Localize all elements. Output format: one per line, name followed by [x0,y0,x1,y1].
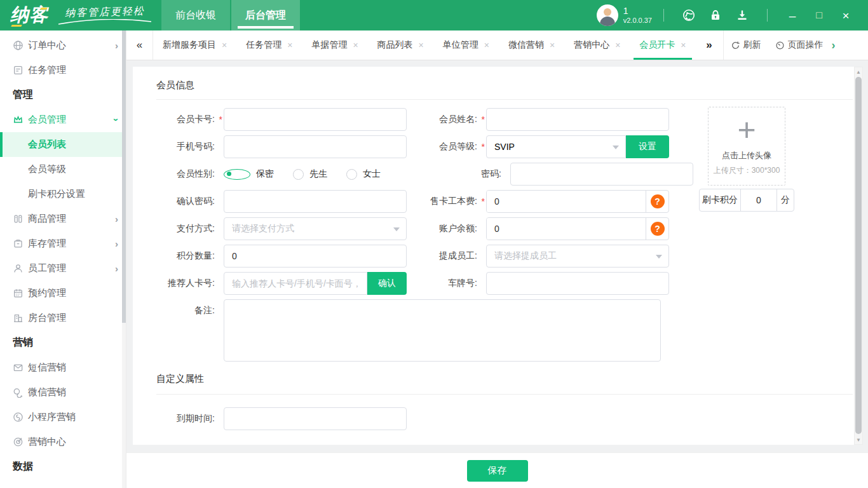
sidebar-item-miniprogram-marketing[interactable]: 小程序营销 [0,405,126,430]
help-icon[interactable]: ? [651,222,665,236]
level-settings-button[interactable]: 设置 [626,135,669,158]
lock-button[interactable] [706,6,725,25]
member-name-input[interactable] [486,108,669,131]
expire-label: 到期时间: [156,407,215,430]
globe-icon [13,40,24,51]
tab-task-mgmt[interactable]: 任务管理× [236,30,302,60]
nav-front-cashier[interactable]: 前台收银 [161,0,230,30]
tab-unit-mgmt[interactable]: 单位管理× [433,30,499,60]
refresh-label: 刷新 [743,39,761,51]
main-area: « 新增服务项目× 任务管理× 单据管理× 商品列表× 单位管理× 微信营销× … [126,30,868,488]
lock-icon [709,9,722,22]
minimize-button[interactable]: – [783,6,802,25]
form-row: 到期时间: [156,407,854,430]
radio-selected-icon[interactable] [224,169,250,180]
commission-staff-select[interactable]: 请选择提成员工 [486,245,669,268]
confirm-password-input[interactable] [224,190,407,213]
sidebar-item-label: 房台管理 [28,312,66,324]
sidebar-item-member-mgmt[interactable]: 会员管理 › [0,107,126,132]
sidebar-item-label: 预约管理 [28,287,66,299]
sidebar-item-swipe-points-settings[interactable]: 刷卡积分设置 [0,182,126,207]
tabs-expand-right-button[interactable]: » [696,30,724,60]
sidebar-scrollbar-thumb[interactable] [122,30,126,323]
scroll-down-arrow[interactable]: ▼ [855,435,862,444]
expire-input[interactable] [224,407,407,430]
tab-new-service-item[interactable]: 新增服务项目× [153,30,236,60]
close-tab-icon[interactable]: × [484,40,489,50]
radio-icon[interactable] [346,169,357,180]
close-tab-icon[interactable]: × [222,40,227,50]
gender-option-label: 先生 [309,168,327,180]
referrer-confirm-button[interactable]: 确认 [367,272,407,295]
radio-icon[interactable] [293,169,304,180]
close-tab-icon[interactable]: × [550,40,555,50]
main-scrollbar-thumb[interactable] [855,77,862,434]
tabs-collapse-left-button[interactable]: « [126,30,153,60]
gender-label: 会员性别: [156,163,215,186]
points-input[interactable] [224,245,407,268]
sidebar-item-member-list[interactable]: 会员列表 [0,132,126,157]
close-tab-icon[interactable]: × [353,40,358,50]
phone-input[interactable] [224,135,407,158]
user-avatar[interactable] [597,4,618,26]
gender-option-secret[interactable]: 保密 [224,168,274,180]
tab-member-card-open[interactable]: 会员开卡× [630,30,695,60]
sidebar-item-order-center[interactable]: 订单中心 › [0,33,126,58]
sidebar-item-room-mgmt[interactable]: 房台管理 [0,306,126,330]
nav-back-admin[interactable]: 后台管理 [231,0,300,30]
close-tab-icon[interactable]: × [615,40,620,50]
sidebar-item-goods-mgmt[interactable]: 商品管理 › [0,207,126,231]
member-form-panel: 会员信息 会员卡号:* 会员姓名:* 手机号码: [133,67,854,445]
chevron-right-icon[interactable]: › [832,30,836,60]
sidebar-item-sms-marketing[interactable]: 短信营销 [0,355,126,380]
refresh-button[interactable]: 刷新 [724,30,768,60]
close-tab-icon[interactable]: × [419,40,424,50]
building-icon [13,313,24,323]
referrer-input[interactable] [224,272,367,295]
card-no-input[interactable] [224,108,407,131]
sidebar-item-member-level[interactable]: 会员等级 [0,157,126,182]
swipe-points-input[interactable] [741,195,776,205]
sidebar-item-label: 商品管理 [28,213,66,225]
close-tab-icon[interactable]: × [287,40,292,50]
close-button[interactable]: × [836,6,855,25]
gender-option-male[interactable]: 先生 [293,168,327,180]
avatar-upload-box[interactable]: + 点击上传头像 上传尺寸：300*300 [708,107,785,186]
sidebar-item-booking-mgmt[interactable]: 预约管理 [0,281,126,306]
chevron-down-icon [393,227,400,231]
refresh-icon [731,41,740,50]
password-input[interactable] [510,163,693,186]
sidebar-item-stock-mgmt[interactable]: 库存管理 › [0,231,126,256]
sidebar-item-wechat-marketing[interactable]: 微信营销 [0,380,126,405]
tab-receipt-mgmt[interactable]: 单据管理× [302,30,367,60]
gender-option-female[interactable]: 女士 [346,168,381,180]
sidebar-item-staff-mgmt[interactable]: 员工管理 › [0,256,126,281]
tab-marketing-center[interactable]: 营销中心× [564,30,630,60]
help-icon[interactable]: ? [651,194,665,208]
download-button[interactable] [733,6,752,25]
sidebar-item-task-mgmt[interactable]: 任务管理 [0,58,126,83]
wechat-icon [13,387,24,398]
support-button[interactable] [679,6,698,25]
save-button[interactable]: 保存 [467,460,528,482]
sidebar-scrollbar[interactable] [122,30,126,488]
page-operations-button[interactable]: 页面操作 [768,30,831,60]
close-tab-icon[interactable]: × [681,40,686,50]
payment-select[interactable]: 请选择支付方式 [224,217,407,240]
brand-logo: 纳客 [10,3,48,28]
referrer-group: 确认 [224,272,407,295]
balance-input[interactable] [487,218,646,240]
scroll-up-arrow[interactable]: ▲ [855,67,862,76]
remark-textarea[interactable] [224,299,661,362]
card-fee-input[interactable] [487,191,646,212]
tab-wechat-marketing[interactable]: 微信营销× [499,30,564,60]
footer-bar: 保存 [126,452,868,488]
maximize-button[interactable]: □ [810,6,829,25]
phone-label: 手机号码: [156,135,215,158]
plate-input[interactable] [486,272,669,295]
tab-goods-list[interactable]: 商品列表× [368,30,433,60]
sidebar-item-marketing-center[interactable]: 营销中心 [0,430,126,454]
member-level-select[interactable]: SVIP [486,135,626,158]
main-scrollbar[interactable]: ▲ ▼ [854,67,863,445]
balance-label: 账户余额: [417,217,477,240]
